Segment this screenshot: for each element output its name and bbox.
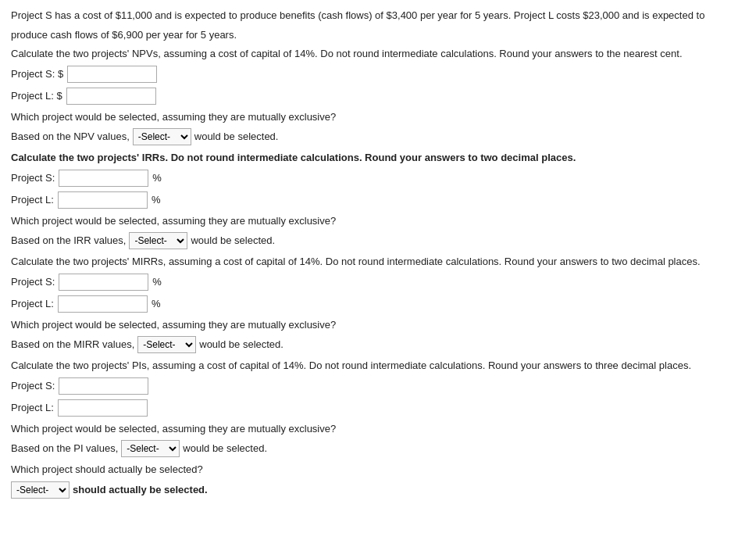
mirr-project-l-percent: % <box>152 296 161 312</box>
irr-project-l-input[interactable] <box>58 191 148 209</box>
mirr-select[interactable]: -Select- Project S Project L <box>137 336 196 353</box>
npv-select[interactable]: -Select- Project S Project L <box>133 128 191 145</box>
pi-instruction: Calculate the two projects' PIs, assumin… <box>11 358 745 374</box>
mirr-select-row: Based on the MIRR values, -Select- Proje… <box>11 336 745 353</box>
irr-instruction: Calculate the two projects' IRRs. Do not… <box>11 150 745 166</box>
pi-would-be-selected: would be selected. <box>183 441 267 456</box>
pi-project-l-label: Project L: <box>11 400 54 416</box>
pi-project-l-row: Project L: <box>11 399 745 417</box>
pi-project-s-label: Project S: <box>11 378 55 394</box>
npv-project-l-input[interactable] <box>66 88 156 105</box>
npv-project-s-input[interactable] <box>67 66 157 83</box>
npv-project-l-row: Project L: $ <box>11 88 745 105</box>
npv-instruction: Calculate the two projects' NPVs, assumi… <box>11 46 745 62</box>
irr-select[interactable]: -Select- Project S Project L <box>129 232 187 249</box>
mirr-based-on-label: Based on the MIRR values, <box>11 337 134 352</box>
intro-line2: produce cash flows of $6,900 per year fo… <box>11 27 745 43</box>
npv-which-project-q: Which project would be selected, assumin… <box>11 109 745 125</box>
irr-project-l-row: Project L: % <box>11 191 745 209</box>
irr-would-be-selected: would be selected. <box>191 233 275 249</box>
irr-based-on-label: Based on the IRR values, <box>11 233 126 249</box>
pi-select[interactable]: -Select- Project S Project L <box>121 440 180 457</box>
mirr-project-s-label: Project S: <box>11 274 55 290</box>
mirr-project-l-input[interactable] <box>58 295 148 313</box>
npv-project-l-label: Project L: $ <box>11 88 62 104</box>
mirr-project-l-label: Project L: <box>11 296 54 312</box>
mirr-project-s-percent: % <box>152 274 162 290</box>
mirr-would-be-selected: would be selected. <box>199 337 284 352</box>
irr-project-l-label: Project L: <box>11 192 54 208</box>
mirr-instruction: Calculate the two projects' MIRRs, assum… <box>11 254 745 270</box>
pi-project-s-input[interactable] <box>59 377 148 395</box>
final-question: Which project should actually be selecte… <box>11 462 745 478</box>
pi-select-row: Based on the PI values, -Select- Project… <box>11 440 745 457</box>
mirr-project-s-row: Project S: % <box>11 274 745 291</box>
final-should-label: should actually be selected. <box>73 482 208 498</box>
irr-project-s-input[interactable] <box>59 170 148 187</box>
irr-select-row: Based on the IRR values, -Select- Projec… <box>11 232 745 249</box>
irr-project-s-label: Project S: <box>11 170 55 186</box>
irr-project-s-row: Project S: % <box>11 170 745 187</box>
mirr-which-project-q: Which project would be selected, assumin… <box>11 317 745 333</box>
final-should-label-bold: should actually be selected. <box>73 484 208 495</box>
pi-project-s-row: Project S: <box>11 377 745 395</box>
intro-line1: Project S has a cost of $11,000 and is e… <box>11 8 745 23</box>
npv-project-s-label: Project S: $ <box>11 66 63 82</box>
mirr-project-s-input[interactable] <box>59 274 148 291</box>
irr-project-l-percent: % <box>152 192 161 208</box>
mirr-project-l-row: Project L: % <box>11 295 745 313</box>
pi-based-on-label: Based on the PI values, <box>11 441 118 456</box>
irr-instruction-bold: Calculate the two projects' IRRs. Do not… <box>11 152 576 163</box>
final-select[interactable]: -Select- Project S Project L <box>11 481 70 499</box>
pi-which-project-q: Which project would be selected, assumin… <box>11 421 745 437</box>
npv-select-row: Based on the NPV values, -Select- Projec… <box>11 128 745 145</box>
npv-would-be-selected: would be selected. <box>194 129 279 145</box>
irr-project-s-percent: % <box>152 170 162 186</box>
final-select-row: -Select- Project S Project L should actu… <box>11 481 745 499</box>
npv-based-on-label: Based on the NPV values, <box>11 129 130 145</box>
irr-which-project-q: Which project would be selected, assumin… <box>11 213 745 229</box>
npv-project-s-row: Project S: $ <box>11 66 745 83</box>
pi-project-l-input[interactable] <box>58 399 148 417</box>
